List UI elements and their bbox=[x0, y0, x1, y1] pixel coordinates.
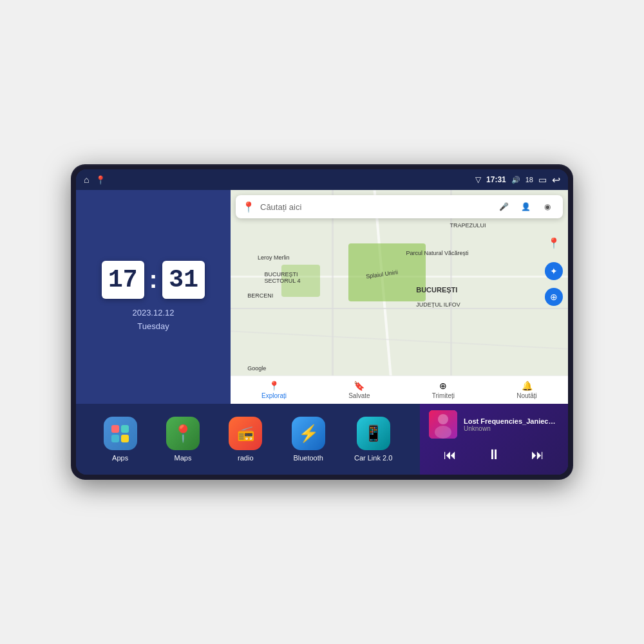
bluetooth-label: Bluetooth bbox=[293, 454, 323, 462]
map-label-leroy: Leroy Merlin bbox=[258, 254, 290, 261]
apps-label: Apps bbox=[112, 454, 128, 462]
map-label-judet: JUDEȚUL ILFOV bbox=[416, 301, 460, 308]
map-nav-news[interactable]: 🔔 Noutăți bbox=[516, 381, 537, 399]
map-nav-saved-label: Salvate bbox=[348, 392, 370, 399]
map-nav-saved[interactable]: 🔖 Salvate bbox=[348, 381, 370, 399]
volume-icon: 🔊 bbox=[511, 176, 520, 184]
map-nav-saved-icon: 🔖 bbox=[354, 381, 365, 391]
carlink-icon: 📱 bbox=[364, 424, 383, 442]
carlink-icon-wrapper: 📱 bbox=[357, 417, 390, 450]
bluetooth-icon-wrapper: ⚡ bbox=[292, 417, 325, 450]
map-nav-explore[interactable]: 📍 Explorați bbox=[261, 381, 287, 399]
radio-icon: 📻 bbox=[237, 425, 254, 442]
radio-label: radio bbox=[238, 454, 253, 462]
apps-icon-wrapper bbox=[104, 417, 137, 450]
apps-grid-cell-3 bbox=[111, 435, 119, 442]
apps-grid-cell-1 bbox=[111, 425, 119, 433]
apps-section: Apps 📍 Maps 📻 radio bbox=[76, 404, 420, 475]
map-label-trapezului: TRAPEZULUI bbox=[450, 222, 486, 229]
map-search-pin-icon: 📍 bbox=[242, 201, 255, 213]
apps-grid-cell-2 bbox=[121, 425, 129, 433]
prev-button[interactable]: ⏮ bbox=[436, 445, 464, 465]
map-label-sector: BUCUREȘTISECTORUL 4 bbox=[264, 271, 300, 284]
map-nav-send-label: Trimiteți bbox=[432, 392, 455, 399]
maps-icon: 📍 bbox=[173, 424, 193, 444]
album-art-inner bbox=[429, 410, 457, 439]
map-nav-news-icon: 🔔 bbox=[522, 381, 533, 391]
clock-display: 17 : 31 bbox=[102, 261, 205, 299]
clock-minutes: 31 bbox=[162, 261, 205, 299]
clock-date: 2023.12.12 Tuesday bbox=[132, 307, 174, 334]
svg-point-1 bbox=[438, 414, 448, 424]
music-top: Lost Frequencies_Janieck Devy-... Unknow… bbox=[429, 410, 559, 439]
music-info: Lost Frequencies_Janieck Devy-... Unknow… bbox=[464, 417, 559, 432]
clock-widget: 17 : 31 2023.12.12 Tuesday bbox=[76, 190, 231, 404]
back-icon[interactable]: ↩ bbox=[552, 174, 560, 186]
map-voice-btn[interactable]: 🎤 bbox=[495, 198, 513, 216]
status-time: 17:31 bbox=[486, 175, 506, 184]
album-art bbox=[429, 410, 457, 439]
play-pause-button[interactable]: ⏸ bbox=[479, 444, 509, 466]
main-content: 17 : 31 2023.12.12 Tuesday bbox=[76, 190, 568, 475]
map-label-berceni: BERCENI bbox=[247, 292, 273, 299]
map-nav-send-icon: ⊕ bbox=[439, 381, 447, 391]
next-button[interactable]: ⏭ bbox=[524, 445, 552, 465]
clock-hours: 17 bbox=[102, 261, 144, 299]
map-nav-explore-label: Explorați bbox=[261, 392, 287, 399]
svg-point-2 bbox=[435, 426, 451, 439]
music-artist: Unknown bbox=[464, 425, 559, 432]
app-icon-maps[interactable]: 📍 Maps bbox=[166, 417, 200, 462]
map-bottom-nav: 📍 Explorați 🔖 Salvate ⊕ Trimiteți 🔔 bbox=[231, 375, 568, 404]
battery-level: 18 bbox=[526, 176, 533, 184]
device-screen: ⌂ 📍 ▽ 17:31 🔊 18 ▭ ↩ 17 : bbox=[76, 169, 568, 475]
map-pin-marker: 📍 bbox=[547, 237, 560, 249]
bluetooth-icon: ⚡ bbox=[298, 424, 319, 444]
status-right-info: ▽ 17:31 🔊 18 ▭ ↩ bbox=[475, 174, 560, 186]
apps-grid-icon bbox=[106, 420, 134, 448]
status-bar: ⌂ 📍 ▽ 17:31 🔊 18 ▭ ↩ bbox=[76, 169, 568, 190]
car-head-unit: ⌂ 📍 ▽ 17:31 🔊 18 ▭ ↩ 17 : bbox=[71, 164, 573, 480]
map-search-text[interactable]: Căutați aici bbox=[260, 202, 489, 212]
maps-icon-wrapper: 📍 bbox=[166, 417, 200, 450]
music-title: Lost Frequencies_Janieck Devy-... bbox=[464, 417, 559, 425]
app-icon-bluetooth[interactable]: ⚡ Bluetooth bbox=[292, 417, 325, 462]
map-nav-send[interactable]: ⊕ Trimiteți bbox=[432, 381, 455, 399]
map-account-btn[interactable]: 👤 bbox=[516, 198, 535, 216]
map-nav-explore-icon: 📍 bbox=[269, 381, 279, 391]
map-background: Parcul Natural Văcărești BUCUREȘTI JUDEȚ… bbox=[231, 190, 568, 404]
carlink-label: Car Link 2.0 bbox=[354, 454, 392, 462]
clock-colon: : bbox=[149, 266, 158, 294]
map-location-btn[interactable]: ⊕ bbox=[545, 288, 563, 306]
music-player: Lost Frequencies_Janieck Devy-... Unknow… bbox=[420, 404, 568, 475]
album-art-svg bbox=[429, 410, 457, 439]
map-search-bar[interactable]: 📍 Căutați aici 🎤 👤 ◉ bbox=[236, 195, 563, 218]
app-icon-radio[interactable]: 📻 radio bbox=[229, 417, 262, 462]
map-widget[interactable]: Parcul Natural Văcărești BUCUREȘTI JUDEȚ… bbox=[231, 190, 568, 404]
map-layers-btn[interactable]: ◉ bbox=[538, 198, 556, 216]
map-compass-btn[interactable]: ✦ bbox=[545, 262, 563, 280]
battery-icon: ▭ bbox=[538, 175, 547, 185]
map-search-controls: 🎤 👤 ◉ bbox=[495, 198, 556, 216]
bottom-section: Apps 📍 Maps 📻 radio bbox=[76, 404, 568, 475]
music-controls: ⏮ ⏸ ⏭ bbox=[429, 444, 559, 466]
top-section: 17 : 31 2023.12.12 Tuesday bbox=[76, 190, 568, 404]
app-icon-apps[interactable]: Apps bbox=[104, 417, 137, 462]
map-nav-news-label: Noutăți bbox=[516, 392, 537, 399]
apps-grid-cell-4 bbox=[121, 435, 129, 442]
map-google-label: Google bbox=[247, 365, 266, 372]
maps-pin-status-icon[interactable]: 📍 bbox=[95, 175, 106, 185]
radio-icon-wrapper: 📻 bbox=[229, 417, 262, 450]
app-icon-carlink[interactable]: 📱 Car Link 2.0 bbox=[354, 417, 392, 462]
signal-icon: ▽ bbox=[475, 175, 481, 184]
maps-label: Maps bbox=[175, 454, 192, 462]
map-label-parcul: Parcul Natural Văcărești bbox=[406, 250, 468, 256]
map-label-bucuresti: BUCUREȘTI bbox=[416, 286, 457, 294]
home-icon[interactable]: ⌂ bbox=[84, 175, 89, 185]
status-left-icons: ⌂ 📍 bbox=[84, 175, 106, 185]
